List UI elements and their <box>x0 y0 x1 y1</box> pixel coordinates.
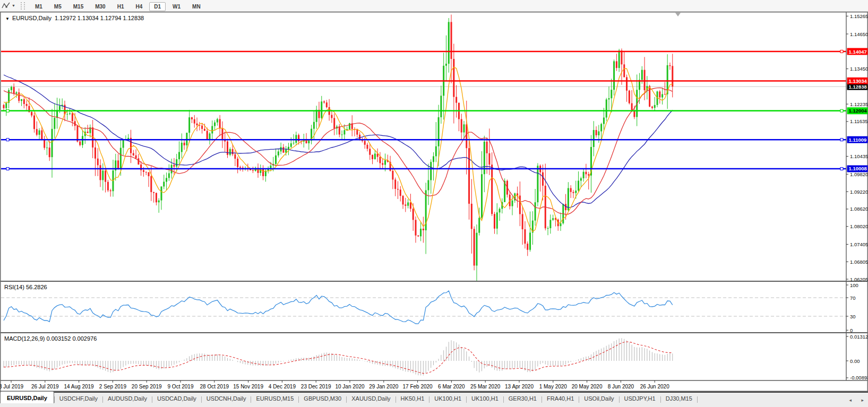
line-tool-icon[interactable]: ▼ <box>2 2 15 10</box>
chart-tab-usdcnh-daily[interactable]: USDCNH,Daily <box>202 393 251 402</box>
chart-tab-dj30-m15[interactable]: DJ30,M15 <box>661 393 697 402</box>
timeframe-button-group: M1M5M15M30H1H4D1W1MN <box>29 1 207 11</box>
timeframe-button-m15[interactable]: M15 <box>68 2 88 11</box>
zigzag-icon <box>2 2 10 10</box>
chart-tab-eurusd-m15[interactable]: EURUSD,M15 <box>251 393 298 402</box>
chart-tab-gbpusd-m30[interactable]: GBPUSD,M30 <box>299 393 346 402</box>
line-anchor-handle[interactable] <box>840 167 843 170</box>
chart-tab-hk50-h1[interactable]: HK50,H1 <box>396 393 429 402</box>
macd-panel[interactable] <box>4 338 673 375</box>
chart-tab-uk100-h1[interactable]: UK100,H1 <box>429 393 466 402</box>
collapse-arrow-icon[interactable]: ▼ <box>5 16 10 21</box>
slow-ma-line <box>4 75 673 207</box>
chart-tab-uk100-h1[interactable]: UK100,H1 <box>467 393 503 402</box>
line-anchor-handle[interactable] <box>6 109 9 112</box>
line-anchor-handle[interactable] <box>6 167 9 170</box>
axes: 1.152651.146501.134501.122351.116351.104… <box>0 12 868 391</box>
chart-title-symbol: EURUSD,Daily <box>12 15 51 21</box>
top-toolbar: ▼ M1M5M15M30H1H4D1W1MN <box>0 0 868 12</box>
chart-tab-usdjpy-h1[interactable]: USDJPY,H1 <box>620 393 660 402</box>
line-anchor-handle[interactable] <box>840 50 843 53</box>
chart-tab-audusd-daily[interactable]: AUDUSD,Daily <box>103 393 152 402</box>
timeframe-button-h1[interactable]: H1 <box>113 2 129 11</box>
timeframe-button-mn[interactable]: MN <box>187 2 205 11</box>
chart-tab-usoil-daily[interactable]: USOil,Daily <box>579 393 618 402</box>
chart-tab-usdcad-daily[interactable]: USDCAD,Daily <box>152 393 201 402</box>
chart-title: ▼EURUSD,Daily 1.12972 1.13034 1.12794 1.… <box>5 15 144 21</box>
chart-tab-usdchf-daily[interactable]: USDCHF,Daily <box>55 393 102 402</box>
mid-ma-line <box>4 88 673 215</box>
timeframe-button-h4[interactable]: H4 <box>131 2 147 11</box>
chart-tabs: EURUSD,DailyUSDCHF,DailyAUDUSD,DailyUSDC… <box>0 393 698 403</box>
timeframe-button-d1[interactable]: D1 <box>149 2 166 11</box>
chart-tab-eurusd-daily[interactable]: EURUSD,Daily <box>0 391 54 403</box>
timeframe-button-m5[interactable]: M5 <box>49 2 66 11</box>
chart-tab-ger30-h1[interactable]: GER30,H1 <box>504 393 542 402</box>
tab-separator <box>697 396 698 403</box>
chart-tab-xauusd-daily[interactable]: XAUUSD,Daily <box>347 393 395 402</box>
chart-tab-fra40-h1[interactable]: FRA40,H1 <box>542 393 579 402</box>
rsi-panel[interactable] <box>1 291 846 324</box>
line-anchor-handle[interactable] <box>840 109 843 112</box>
timeframe-button-w1[interactable]: W1 <box>168 2 185 11</box>
line-anchor-handle[interactable] <box>6 138 9 141</box>
timeframe-button-m30[interactable]: M30 <box>90 2 110 11</box>
toolbar-grip-handle[interactable] <box>21 2 25 10</box>
tab-scroll-left-icon[interactable]: ◂ <box>849 397 852 403</box>
macd-indicator-label: MACD(12,26,9) 0.003152 0.002976 <box>4 335 97 342</box>
rsi-line <box>4 291 673 324</box>
chart-title-ohlc: 1.12972 1.13034 1.12794 1.12838 <box>55 15 144 21</box>
rsi-indicator-label: RSI(14) 56.2826 <box>4 284 47 290</box>
chart-window: 1.152651.146501.134501.122351.116351.104… <box>0 12 868 392</box>
timeframe-button-m1[interactable]: M1 <box>30 2 47 11</box>
macd-signal-line <box>4 342 673 374</box>
chart-shift-marker[interactable] <box>675 13 681 16</box>
chart-tab-bar: EURUSD,DailyUSDCHF,DailyAUDUSD,DailyUSDC… <box>0 392 868 407</box>
tab-scroll-right-icon[interactable]: ▸ <box>861 397 864 403</box>
tab-scroll-arrows: ◂ ▸ <box>840 397 864 403</box>
main-price-panel[interactable] <box>1 15 846 291</box>
price-axis-drag-area[interactable] <box>846 12 868 380</box>
date-axis-drag-area[interactable] <box>0 380 846 391</box>
candlesticks <box>3 15 674 291</box>
dropdown-caret-icon[interactable]: ▼ <box>12 4 15 7</box>
line-anchor-handle[interactable] <box>840 138 843 141</box>
chart-canvas[interactable]: 1.152651.146501.134501.122351.116351.104… <box>0 12 868 392</box>
chart-window-border <box>1 12 868 392</box>
